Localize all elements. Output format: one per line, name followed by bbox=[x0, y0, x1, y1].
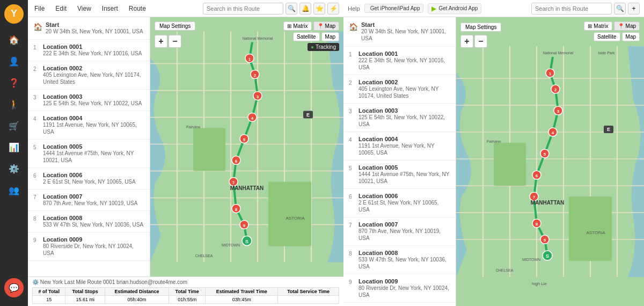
search-icon[interactable]: 🔍 bbox=[286, 3, 297, 14]
nav-profile[interactable]: 👥 bbox=[4, 180, 24, 200]
tracking-badge[interactable]: ● Tracking bbox=[308, 43, 339, 51]
list-item[interactable]: 3 Location 0003 125 E 54th St, New York,… bbox=[343, 104, 456, 132]
svg-text:3: 3 bbox=[557, 109, 560, 114]
svg-text:2: 2 bbox=[254, 73, 257, 78]
list-item[interactable]: 1 Location 0001 222 E 34th St, New York,… bbox=[28, 40, 150, 61]
nav-help[interactable]: ❓ bbox=[4, 73, 24, 92]
tracking-dot: ● bbox=[311, 44, 314, 50]
start-address-right: 20 W 34th St, New York, NY 10001, USA bbox=[361, 28, 450, 42]
map2-toggle-left[interactable]: Map bbox=[321, 32, 339, 41]
right-add-icon[interactable]: + bbox=[628, 3, 640, 14]
satellite-toggle-right[interactable]: Satellite bbox=[594, 32, 620, 41]
location-address: 222 E 34th St, New York, NY 10016, USA bbox=[43, 50, 142, 57]
location-address: 80 Riverside Dr, New York, NY 10024, USA bbox=[358, 285, 450, 298]
nav-routes[interactable]: 🚶 bbox=[4, 94, 24, 114]
list-item[interactable]: 7 Location 0007 870 7th Ave, New York, N… bbox=[28, 190, 150, 211]
chat-button[interactable]: 💬 bbox=[4, 278, 24, 297]
col-total: # of Total bbox=[33, 288, 65, 296]
zoom-out-left[interactable]: − bbox=[169, 35, 181, 48]
location-info: Location 0004 1191 1st Avenue, New York,… bbox=[43, 115, 144, 135]
lightning-icon[interactable]: ⚡ bbox=[327, 3, 339, 14]
map-toggle-label-left: Map bbox=[325, 23, 335, 29]
list-item[interactable]: 8 Location 0008 533 W 47th St, New York,… bbox=[28, 211, 150, 232]
zoom-in-left[interactable]: + bbox=[155, 35, 167, 48]
map2-label-left: Map bbox=[325, 34, 335, 40]
location-num: 4 bbox=[33, 116, 40, 122]
map-background-right: 1 2 3 4 5 6 7 8 9 bbox=[456, 17, 644, 306]
list-item[interactable]: 8 Location 0008 533 W 47th St, New York,… bbox=[343, 246, 456, 274]
map-top-controls-left: ⊞ Matrix 📍 Map Satellite Map bbox=[283, 21, 339, 51]
list-item[interactable]: 9 Location 0009 80 Riverside Dr, New Yor… bbox=[28, 232, 150, 261]
location-address: 405 Lexington Ave, New York, NY 10174, U… bbox=[43, 71, 144, 85]
location-address: 533 W 47th St, New York, NY 10036, USA bbox=[358, 256, 450, 270]
list-item[interactable]: 7 Location 0007 870 7th Ave, New York, N… bbox=[343, 217, 456, 246]
route-list-left: 🏠 Start 20 W 34th St, New York, NY 10001… bbox=[28, 17, 150, 276]
help-link[interactable]: Help bbox=[348, 5, 360, 12]
location-num: 6 bbox=[349, 194, 355, 200]
map-toggle-left[interactable]: 📍 Map bbox=[313, 21, 339, 31]
location-address: 870 7th Ave, New York, NY 10019, USA bbox=[358, 228, 450, 242]
svg-text:2: 2 bbox=[554, 88, 557, 92]
list-item[interactable]: 4 Location 0004 1191 1st Avenue, New Yor… bbox=[343, 132, 456, 161]
map-settings-btn-left[interactable]: Map Settings bbox=[155, 21, 195, 31]
nav-reports[interactable]: 📊 bbox=[4, 137, 24, 157]
location-num: 7 bbox=[349, 222, 355, 228]
list-item[interactable]: 9 Location 0009 80 Riverside Dr, New Yor… bbox=[343, 274, 456, 303]
list-item[interactable]: 6 Location 0006 2 E 61st St, New York, N… bbox=[28, 168, 150, 190]
location-info: Location 0007 870 7th Ave, New York, NY … bbox=[43, 193, 137, 207]
left-content: 🏠 Start 20 W 34th St, New York, NY 10001… bbox=[28, 17, 343, 276]
list-item[interactable]: 3 Location 0003 125 E 54th St, New York,… bbox=[28, 90, 150, 111]
location-info: Location 0008 533 W 47th St, New York, N… bbox=[358, 250, 450, 270]
location-name: Location 0005 bbox=[43, 143, 144, 150]
zoom-in-right[interactable]: + bbox=[460, 35, 473, 48]
location-address: 222 E 34th St, New York, NY 10016, USA bbox=[358, 57, 450, 71]
nav-cart[interactable]: 🛒 bbox=[4, 116, 24, 135]
svg-text:7: 7 bbox=[232, 180, 235, 185]
location-num: 3 bbox=[33, 94, 40, 100]
map-settings-btn-right[interactable]: Map Settings bbox=[460, 23, 501, 32]
zoom-out-right[interactable]: − bbox=[474, 35, 487, 48]
star-icon[interactable]: ⭐ bbox=[313, 3, 325, 14]
list-item[interactable]: 5 Location 0005 1444 1st Avenue #75th, N… bbox=[343, 161, 456, 189]
menu-edit[interactable]: Edit bbox=[53, 4, 69, 13]
menu-route[interactable]: Route bbox=[127, 4, 148, 13]
svg-text:MIDTOWN: MIDTOWN bbox=[222, 243, 240, 247]
list-item[interactable]: 1 Location 0001 222 E 34th St, New York,… bbox=[343, 47, 456, 75]
svg-text:4: 4 bbox=[552, 130, 554, 135]
location-address: 405 Lexington Ave, New York, NY 10174, U… bbox=[358, 85, 450, 99]
location-num: 9 bbox=[349, 279, 355, 285]
right-search-icon[interactable]: 🔍 bbox=[614, 3, 626, 14]
app-logo[interactable]: Y bbox=[4, 4, 24, 24]
svg-text:8: 8 bbox=[536, 222, 538, 227]
location-info: Location 0004 1191 1st Avenue, New York,… bbox=[358, 136, 450, 156]
right-search-input[interactable] bbox=[531, 3, 612, 14]
menu-insert[interactable]: Insert bbox=[100, 4, 120, 13]
satellite-toggle-left[interactable]: Satellite bbox=[293, 32, 320, 41]
apple-app-btn[interactable]: Get iPhone/iPad App bbox=[364, 4, 424, 13]
list-item[interactable]: 5 Location 0005 1444 1st Avenue #75th, N… bbox=[28, 140, 150, 168]
matrix-toggle-right[interactable]: ⊞ Matrix bbox=[584, 21, 612, 31]
map2-toggle-right[interactable]: Map bbox=[622, 32, 640, 41]
list-item[interactable]: 2 Location 0002 405 Lexington Ave, New Y… bbox=[28, 61, 150, 90]
menu-view[interactable]: View bbox=[75, 4, 93, 13]
map-toggle-right[interactable]: 📍 Map bbox=[614, 21, 640, 31]
search-input[interactable] bbox=[203, 3, 283, 14]
list-item[interactable]: 2 Location 0002 405 Lexington Ave, New Y… bbox=[343, 75, 456, 104]
android-app-btn[interactable]: ▶ Get Android App bbox=[428, 3, 481, 14]
map-top-controls-right: ⊞ Matrix 📍 Map Satellite Map bbox=[584, 21, 640, 41]
list-item[interactable]: 6 Location 0006 2 E 61st St, New York, N… bbox=[343, 189, 456, 217]
location-num: 8 bbox=[349, 251, 355, 257]
svg-text:ASTORIA: ASTORIA bbox=[286, 216, 305, 221]
list-item[interactable]: 4 Location 0004 1191 1st Avenue, New Yor… bbox=[28, 111, 150, 140]
location-info: Location 0007 870 7th Ave, New York, NY … bbox=[358, 221, 450, 242]
matrix-toggle-left[interactable]: ⊞ Matrix bbox=[283, 21, 311, 31]
nav-settings[interactable]: ⚙️ bbox=[4, 159, 24, 178]
svg-text:S: S bbox=[245, 239, 248, 244]
notification-icon[interactable]: 🔔 bbox=[299, 3, 311, 14]
location-info: Location 0001 222 E 34th St, New York, N… bbox=[43, 43, 142, 57]
nav-home[interactable]: 🏠 bbox=[4, 30, 24, 49]
nav-users[interactable]: 👤 bbox=[4, 52, 24, 71]
menu-file[interactable]: File bbox=[32, 4, 47, 13]
svg-text:National Memorial: National Memorial bbox=[543, 51, 574, 55]
map-svg-left: 1 2 3 4 5 6 7 8 9 bbox=[150, 17, 343, 276]
